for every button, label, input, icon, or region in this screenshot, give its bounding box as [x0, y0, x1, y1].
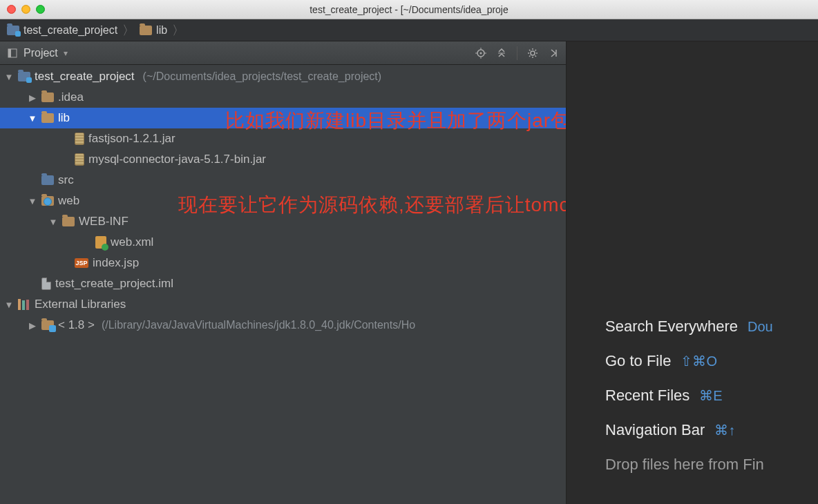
jsp-file-icon: JSP — [75, 258, 88, 268]
hint-shortcut: ⌘↑ — [714, 422, 735, 438]
folder-icon — [41, 113, 54, 123]
hint-shortcut: ⌘E — [699, 387, 722, 404]
web-folder-icon — [41, 196, 54, 206]
tree-label: index.jsp — [93, 256, 139, 270]
svg-point-9 — [531, 51, 535, 55]
tree-label: web — [58, 194, 79, 208]
tree-label: src — [58, 173, 74, 187]
tree-row-web[interactable]: web — [0, 191, 566, 211]
xml-file-icon — [95, 236, 106, 249]
hint-goto-file: Go to File ⇧⌘O — [605, 352, 818, 370]
close-icon[interactable] — [7, 5, 16, 14]
titlebar: test_create_project - [~/Documents/idea_… — [0, 0, 818, 19]
expand-arrow-icon[interactable] — [28, 196, 37, 206]
library-icon — [18, 299, 30, 310]
folder-icon — [140, 26, 152, 35]
collapse-all-icon[interactable] — [496, 48, 507, 59]
hint-shortcut: Dou — [748, 319, 773, 335]
hint-drop-files: Drop files here from Fin — [605, 456, 818, 474]
tree-row-webinf[interactable]: WEB-INF — [0, 211, 566, 232]
tree-label: .idea — [58, 90, 84, 104]
tree-row-sdk[interactable]: < 1.8 > (/Library/Java/JavaVirtualMachin… — [0, 315, 566, 336]
zoom-icon[interactable] — [36, 5, 45, 14]
hint-navigation-bar: Navigation Bar ⌘↑ — [605, 421, 818, 439]
separator — [517, 46, 517, 60]
svg-rect-1 — [8, 49, 11, 57]
hint-label: Drop files here from Fin — [605, 456, 764, 474]
tree-path: (~/Documents/idea_projects/test_create_p… — [143, 70, 382, 83]
module-folder-icon — [18, 72, 30, 81]
window-title: test_create_project - [~/Documents/idea_… — [310, 4, 508, 15]
expand-arrow-icon[interactable] — [28, 320, 37, 331]
hint-label: Go to File — [605, 352, 671, 370]
tree-row-lib[interactable]: lib — [0, 108, 566, 128]
hint-label: Search Everywhere — [605, 318, 738, 336]
project-view-icon[interactable] — [7, 48, 18, 59]
project-toolbar: Project ▾ — [0, 41, 566, 65]
expand-arrow-icon[interactable] — [28, 113, 37, 124]
hint-recent-files: Recent Files ⌘E — [605, 387, 818, 405]
hide-icon[interactable] — [548, 48, 559, 59]
chevron-down-icon[interactable]: ▾ — [64, 48, 68, 58]
expand-arrow-icon[interactable] — [4, 300, 14, 310]
tree-row-jar[interactable]: fastjson-1.2.1.jar — [0, 128, 566, 149]
tree-label: External Libraries — [35, 298, 126, 311]
hint-search-everywhere: Search Everywhere Dou — [605, 318, 818, 336]
expand-arrow-icon[interactable] — [28, 93, 37, 103]
breadcrumb-item-label: lib — [156, 24, 167, 37]
folder-icon — [41, 93, 54, 102]
project-toolbar-label[interactable]: Project — [23, 47, 58, 59]
project-tree[interactable]: test_create_project (~/Documents/idea_pr… — [0, 65, 566, 504]
tree-row-indexjsp[interactable]: JSP index.jsp — [0, 253, 566, 273]
tree-label: test_create_project.iml — [55, 277, 173, 291]
gear-icon[interactable] — [527, 48, 538, 59]
project-tool-window: Project ▾ — [0, 41, 567, 504]
window-controls — [7, 5, 45, 14]
locate-icon[interactable] — [475, 48, 486, 59]
expand-arrow-icon[interactable] — [4, 72, 14, 82]
tree-row-idea[interactable]: .idea — [0, 87, 566, 108]
svg-line-16 — [529, 55, 531, 57]
file-icon — [41, 278, 51, 290]
svg-line-17 — [535, 50, 537, 51]
hint-shortcut: ⇧⌘O — [681, 353, 717, 369]
tree-label: test_create_project — [35, 70, 135, 84]
editor-welcome: Search Everywhere Dou Go to File ⇧⌘O Rec… — [567, 41, 818, 504]
tree-label: WEB-INF — [79, 215, 129, 229]
folder-icon — [62, 217, 75, 226]
hint-label: Recent Files — [605, 387, 689, 405]
tree-label: web.xml — [111, 235, 153, 249]
svg-line-15 — [535, 55, 537, 57]
tree-row-src[interactable]: src — [0, 170, 566, 191]
svg-line-14 — [529, 50, 531, 51]
sdk-icon — [41, 320, 54, 330]
minimize-icon[interactable] — [21, 5, 30, 14]
source-folder-icon — [41, 175, 54, 185]
breadcrumb: test_create_project 〉 lib 〉 — [0, 19, 818, 41]
chevron-right-icon: 〉 — [122, 22, 135, 39]
svg-point-3 — [480, 52, 482, 54]
tree-row-external-libs[interactable]: External Libraries — [0, 294, 566, 315]
tree-row-root[interactable]: test_create_project (~/Documents/idea_pr… — [0, 66, 566, 87]
tree-row-webxml[interactable]: web.xml — [0, 232, 566, 253]
breadcrumb-item-project[interactable]: test_create_project — [3, 22, 122, 39]
tree-row-jar[interactable]: mysql-connector-java-5.1.7-bin.jar — [0, 149, 566, 170]
tree-path: (/Library/Java/JavaVirtualMachines/jdk1.… — [102, 319, 415, 331]
jar-icon — [75, 133, 84, 145]
tree-label: lib — [58, 111, 70, 125]
breadcrumb-item-label: test_create_project — [23, 24, 117, 37]
tree-label: mysql-connector-java-5.1.7-bin.jar — [88, 153, 266, 166]
jar-icon — [75, 153, 84, 166]
tree-row-iml[interactable]: test_create_project.iml — [0, 273, 566, 294]
chevron-right-icon: 〉 — [171, 22, 185, 39]
hint-label: Navigation Bar — [605, 421, 705, 439]
tree-label: < 1.8 > — [58, 318, 95, 332]
tree-label: fastjson-1.2.1.jar — [88, 132, 175, 146]
expand-arrow-icon[interactable] — [48, 217, 58, 227]
breadcrumb-item-lib[interactable]: lib — [135, 22, 171, 39]
module-folder-icon — [7, 26, 19, 35]
